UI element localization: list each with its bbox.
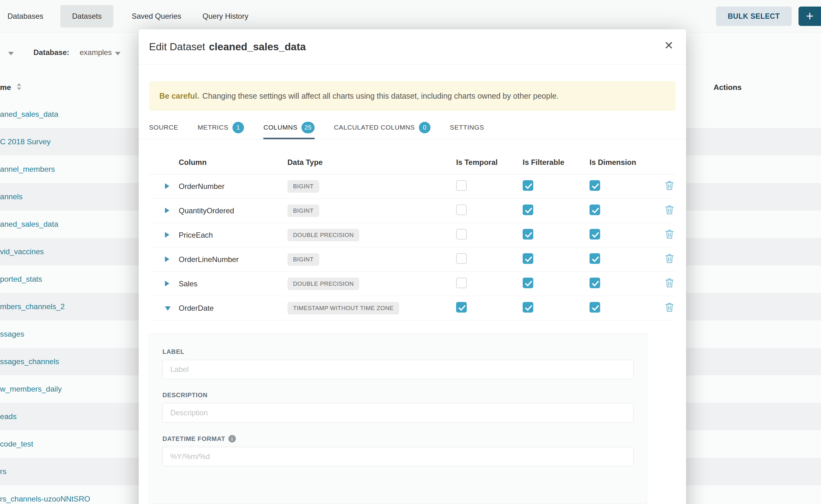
- nav-item-databases[interactable]: Databases: [7, 5, 44, 27]
- close-icon[interactable]: ✕: [664, 40, 674, 51]
- dataset-link[interactable]: ssages_channels: [0, 357, 59, 366]
- top-nav: Databases Datasets Saved Queries Query H…: [0, 0, 821, 32]
- columns-count-badge: 25: [301, 122, 314, 133]
- expand-caret-icon[interactable]: [165, 208, 169, 213]
- dataset-link[interactable]: rs_channels-uzooNNtSRO: [0, 495, 90, 503]
- expand-caret-icon[interactable]: [165, 256, 169, 262]
- delete-column-icon[interactable]: [665, 278, 674, 288]
- is-temporal-checkbox[interactable]: [456, 205, 467, 215]
- is-filterable-checkbox[interactable]: [523, 229, 533, 240]
- collapse-caret-icon[interactable]: [165, 306, 171, 311]
- data-type-pill: BIGINT: [287, 180, 319, 193]
- dataset-link[interactable]: w_members_daily: [0, 385, 62, 393]
- chevron-down-icon[interactable]: [115, 52, 121, 55]
- description-field-label: DESCRIPTION: [162, 392, 634, 399]
- tab-columns[interactable]: COLUMNS 25: [263, 117, 314, 139]
- column-name: Sales: [179, 279, 287, 288]
- metrics-count-badge: 1: [232, 122, 244, 133]
- is-temporal-checkbox[interactable]: [456, 253, 467, 264]
- data-type-pill: DOUBLE PRECISION: [287, 278, 359, 290]
- header-data-type: Data Type: [287, 158, 456, 167]
- tab-source[interactable]: SOURCE: [149, 117, 178, 139]
- dataset-link[interactable]: vid_vaccines: [0, 247, 44, 256]
- delete-column-icon[interactable]: [665, 180, 674, 190]
- is-filterable-checkbox[interactable]: [523, 205, 533, 215]
- dataset-link[interactable]: annel_members: [0, 165, 55, 174]
- dataset-link[interactable]: annels: [0, 192, 22, 201]
- nav-item-saved-queries[interactable]: Saved Queries: [131, 5, 182, 27]
- data-type-pill: DOUBLE PRECISION: [287, 229, 359, 241]
- nav-item-datasets[interactable]: Datasets: [60, 5, 114, 27]
- warning-banner: Be careful. Changing these settings will…: [149, 81, 676, 111]
- data-type-pill: BIGINT: [287, 205, 319, 217]
- dataset-link[interactable]: ssages: [0, 330, 24, 338]
- dataset-link[interactable]: aned_sales_data: [0, 110, 58, 119]
- is-filterable-checkbox[interactable]: [523, 253, 533, 264]
- datetime-format-input[interactable]: [162, 447, 634, 466]
- delete-column-icon[interactable]: [665, 302, 674, 312]
- modal-title-dataset-name: cleaned_sales_data: [209, 41, 306, 52]
- is-temporal-checkbox[interactable]: [456, 278, 467, 288]
- is-dimension-checkbox[interactable]: [590, 253, 600, 264]
- is-dimension-checkbox[interactable]: [590, 278, 600, 288]
- column-row: QuantityOrdered BIGINT: [149, 199, 676, 223]
- is-filterable-checkbox[interactable]: [523, 180, 533, 191]
- label-field-label: LABEL: [162, 348, 634, 355]
- tab-label: METRICS: [197, 124, 228, 131]
- add-dataset-button[interactable]: +: [799, 7, 821, 26]
- is-filterable-checkbox[interactable]: [523, 302, 533, 313]
- column-name: OrderDate: [179, 304, 287, 313]
- tab-settings[interactable]: SETTINGS: [450, 117, 484, 139]
- is-dimension-checkbox[interactable]: [590, 205, 600, 215]
- column-row: OrderLineNumber BIGINT: [149, 247, 676, 272]
- name-column-header[interactable]: me: [0, 83, 11, 92]
- dataset-link[interactable]: eads: [0, 412, 17, 421]
- chevron-down-icon[interactable]: [8, 52, 14, 55]
- actions-column-header: Actions: [714, 83, 742, 92]
- dataset-link[interactable]: aned_sales_data: [0, 220, 58, 229]
- modal-tabs: SOURCE METRICS 1 COLUMNS 25 CALCULATED C…: [139, 117, 686, 139]
- tab-label: CALCULATED COLUMNS: [334, 124, 415, 131]
- delete-column-icon[interactable]: [665, 205, 674, 215]
- calculated-columns-count-badge: 0: [419, 122, 431, 133]
- warning-banner-text: Changing these settings will affect all …: [202, 91, 559, 101]
- modal-header: Edit Datasetcleaned_sales_data ✕: [139, 29, 686, 64]
- delete-column-icon[interactable]: [665, 229, 674, 239]
- datetime-format-field-label: DATETIME FORMAT i: [162, 435, 634, 442]
- info-icon[interactable]: i: [228, 435, 236, 442]
- expand-caret-icon[interactable]: [165, 232, 169, 238]
- dataset-link[interactable]: ported_stats: [0, 275, 42, 284]
- tab-calculated-columns[interactable]: CALCULATED COLUMNS 0: [334, 117, 431, 139]
- description-input[interactable]: [162, 403, 634, 422]
- dataset-link[interactable]: mbers_channels_2: [0, 302, 65, 311]
- dataset-link[interactable]: code_test: [0, 440, 33, 448]
- expand-caret-icon[interactable]: [165, 183, 169, 189]
- tab-label: SETTINGS: [450, 124, 484, 131]
- is-temporal-checkbox[interactable]: [456, 229, 467, 240]
- sort-icon[interactable]: [17, 83, 21, 90]
- dataset-link[interactable]: C 2018 Survey: [0, 137, 51, 146]
- bulk-select-button[interactable]: BULK SELECT: [716, 7, 792, 26]
- is-temporal-checkbox[interactable]: [456, 302, 467, 313]
- edit-dataset-modal: Edit Datasetcleaned_sales_data ✕ Be care…: [139, 29, 686, 504]
- dataset-link[interactable]: rs: [0, 467, 6, 476]
- header-is-dimension: Is Dimension: [590, 158, 665, 167]
- column-name: OrderLineNumber: [179, 255, 287, 264]
- column-name: OrderNumber: [179, 182, 287, 191]
- expand-caret-icon[interactable]: [165, 281, 169, 286]
- tab-metrics[interactable]: METRICS 1: [197, 117, 244, 139]
- database-filter-value[interactable]: examples: [80, 48, 112, 57]
- delete-column-icon[interactable]: [665, 254, 674, 264]
- is-dimension-checkbox[interactable]: [590, 302, 600, 313]
- column-row: OrderNumber BIGINT: [149, 174, 676, 199]
- nav-item-query-history[interactable]: Query History: [202, 5, 249, 27]
- is-temporal-checkbox[interactable]: [456, 180, 467, 191]
- label-input[interactable]: [162, 360, 634, 379]
- header-is-temporal: Is Temporal: [456, 158, 523, 167]
- is-filterable-checkbox[interactable]: [523, 278, 533, 288]
- is-dimension-checkbox[interactable]: [590, 180, 600, 191]
- is-dimension-checkbox[interactable]: [590, 229, 600, 240]
- column-row: PriceEach DOUBLE PRECISION: [149, 223, 676, 247]
- tab-label: COLUMNS: [263, 124, 297, 131]
- modal-title: Edit Datasetcleaned_sales_data: [149, 41, 306, 53]
